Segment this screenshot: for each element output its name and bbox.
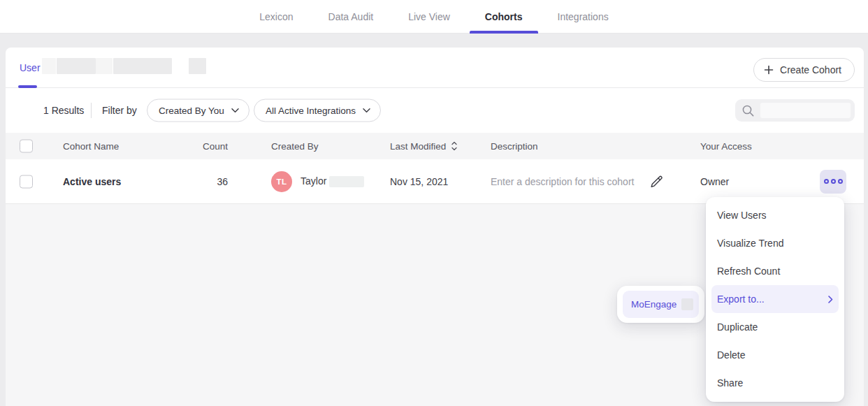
three-dots-icon <box>824 179 829 184</box>
cohort-count: 36 <box>138 176 228 187</box>
top-nav-tabs: Lexicon Data Audit Live View Cohorts Int… <box>0 0 868 34</box>
redacted-block <box>760 103 851 118</box>
nav-tab-lexicon[interactable]: Lexicon <box>259 0 293 34</box>
menu-item-label: Refresh Count <box>717 266 780 277</box>
tab-user[interactable]: User <box>20 48 41 88</box>
active-tab-underline <box>470 31 538 34</box>
nav-tab-integrations[interactable]: Integrations <box>558 0 609 34</box>
created-by-filter-dropdown[interactable]: Created By You <box>147 99 249 122</box>
menu-item-label: View Users <box>717 210 767 221</box>
menu-item-export-to[interactable]: Export to... <box>711 285 839 313</box>
create-cohort-label: Create Cohort <box>780 64 841 75</box>
row-checkbox[interactable] <box>20 175 33 188</box>
integrations-filter-dropdown[interactable]: All Active Integrations <box>254 99 381 122</box>
description-cell: Enter a description for this cohort <box>491 174 664 189</box>
integrations-filter-label: All Active Integrations <box>266 106 356 116</box>
plus-icon <box>764 65 774 75</box>
pencil-icon[interactable] <box>649 174 664 189</box>
divider <box>91 103 92 118</box>
access-cell: Owner <box>700 176 729 187</box>
search-input[interactable] <box>735 99 855 122</box>
nav-tab-label: Data Audit <box>328 11 374 22</box>
filter-row: 1 Results Filter by Created By You All A… <box>6 88 864 133</box>
nav-tab-label: Lexicon <box>259 11 293 22</box>
description-input[interactable]: Enter a description for this cohort <box>491 176 634 187</box>
panel-tab-row: User Create Cohort <box>6 48 864 88</box>
menu-item-label: Duplicate <box>717 321 758 333</box>
created-by-name: Taylor <box>301 175 364 187</box>
menu-item-delete[interactable]: Delete <box>711 341 839 369</box>
chevron-right-icon <box>828 296 833 303</box>
chevron-down-icon <box>231 108 239 113</box>
column-your-access: Your Access <box>700 141 752 152</box>
menu-item-label: Share <box>717 377 743 389</box>
menu-item-share[interactable]: Share <box>711 369 839 397</box>
create-cohort-button[interactable]: Create Cohort <box>753 58 855 82</box>
row-context-menu: View Users Visualize Trend Refresh Count… <box>706 197 844 402</box>
redacted-block <box>681 298 693 310</box>
export-submenu: MoEngage <box>617 286 704 323</box>
sort-arrows-icon <box>451 142 457 151</box>
cohorts-page: Lexicon Data Audit Live View Cohorts Int… <box>0 0 868 406</box>
created-by-filter-label: Created By You <box>159 106 224 116</box>
row-more-button[interactable] <box>820 170 846 194</box>
redacted-block <box>96 58 113 74</box>
menu-item-duplicate[interactable]: Duplicate <box>711 313 839 341</box>
results-count: 1 Results <box>43 105 84 116</box>
last-modified-cell: Nov 15, 2021 <box>390 176 448 187</box>
tab-user-label: User <box>20 62 41 73</box>
cohort-name[interactable]: Active users <box>63 176 121 187</box>
redacted-block <box>329 176 364 187</box>
table-header: Cohort Name Count Created By Last Modifi… <box>6 133 864 159</box>
nav-tab-label: Cohorts <box>485 11 523 22</box>
submenu-item-label: MoEngage <box>631 299 677 310</box>
column-created-by: Created By <box>271 141 319 152</box>
menu-item-visualize-trend[interactable]: Visualize Trend <box>711 229 839 257</box>
column-last-modified-label: Last Modified <box>390 141 446 152</box>
column-description: Description <box>491 141 538 152</box>
select-all-checkbox[interactable] <box>20 140 33 153</box>
redacted-block <box>189 58 206 74</box>
nav-tab-label: Live View <box>408 11 450 22</box>
menu-item-refresh-count[interactable]: Refresh Count <box>711 257 839 285</box>
column-last-modified[interactable]: Last Modified <box>390 141 457 152</box>
column-cohort-name: Cohort Name <box>63 141 119 152</box>
menu-item-view-users[interactable]: View Users <box>711 201 839 229</box>
menu-item-label: Export to... <box>717 293 765 305</box>
nav-tab-cohorts[interactable]: Cohorts <box>485 0 523 34</box>
menu-item-label: Visualize Trend <box>717 238 783 249</box>
nav-tab-data-audit[interactable]: Data Audit <box>328 0 374 34</box>
top-nav: Lexicon Data Audit Live View Cohorts Int… <box>0 0 868 34</box>
filter-by-label: Filter by <box>102 105 137 116</box>
nav-tab-label: Integrations <box>558 11 609 22</box>
column-count: Count <box>138 141 228 152</box>
avatar: TL <box>271 171 292 192</box>
redacted-block <box>42 58 56 74</box>
menu-item-label: Delete <box>717 349 745 361</box>
redacted-block <box>57 58 96 74</box>
submenu-item-moengage[interactable]: MoEngage <box>623 291 699 318</box>
nav-tab-live-view[interactable]: Live View <box>408 0 450 34</box>
created-by-cell: TL Taylor <box>271 171 364 192</box>
redacted-block <box>113 58 172 74</box>
search-icon <box>742 104 755 117</box>
chevron-down-icon <box>363 108 370 113</box>
